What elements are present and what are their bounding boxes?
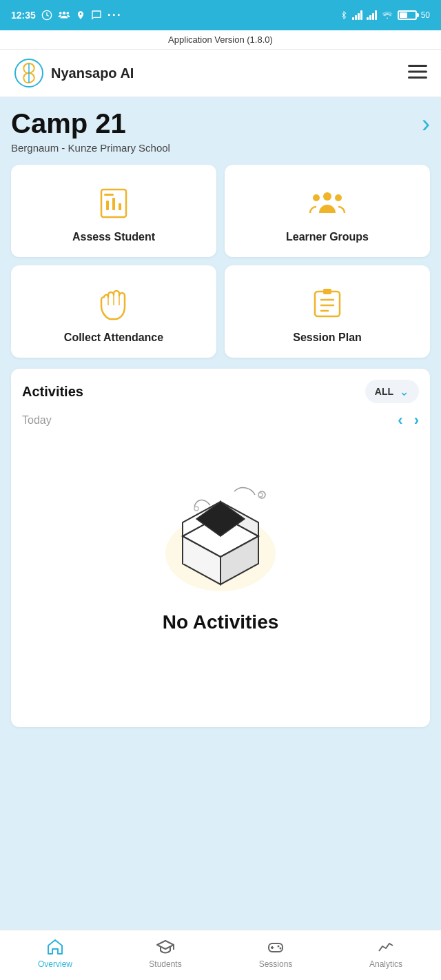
camp-header: Camp 21 › <box>11 108 430 139</box>
analytics-icon <box>376 937 396 957</box>
overview-icon <box>45 937 65 957</box>
prev-date-button[interactable]: ‹ <box>398 411 402 429</box>
session-plan-card[interactable]: Session Plan <box>225 265 430 358</box>
empty-state: No Activities <box>22 443 419 647</box>
learner-groups-label: Learner Groups <box>286 231 369 243</box>
app-header: Nyansapo AI <box>0 50 441 97</box>
svg-point-33 <box>258 493 263 497</box>
camp-next-button[interactable]: › <box>422 112 430 136</box>
sessions-nav-label: Sessions <box>259 959 293 969</box>
filter-label: ALL <box>375 386 393 397</box>
activities-filter-dropdown[interactable]: ALL ⌄ <box>365 380 419 403</box>
assess-student-label: Assess Student <box>72 231 155 243</box>
more-dots: ··· <box>107 8 122 23</box>
camp-title: Camp 21 <box>11 108 126 139</box>
collect-attendance-label: Collect Attendance <box>64 331 163 344</box>
empty-box-illustration <box>145 457 296 595</box>
assess-student-card[interactable]: Assess Student <box>11 165 216 257</box>
status-bar: 12:35 ··· 50 <box>0 0 441 30</box>
nav-analytics[interactable]: Analytics <box>331 937 441 969</box>
bottom-nav: Overview Students Sessions <box>0 930 441 980</box>
svg-point-2 <box>66 12 69 14</box>
svg-point-14 <box>323 192 331 201</box>
app-name-text: Nyansapo AI <box>51 65 134 81</box>
signal-1-icon <box>352 10 362 20</box>
svg-rect-20 <box>315 292 340 316</box>
nav-sessions[interactable]: Sessions <box>220 937 331 969</box>
chat-icon <box>91 10 102 21</box>
svg-point-1 <box>63 12 66 15</box>
empty-title: No Activities <box>163 611 279 633</box>
logo-area: Nyansapo AI <box>14 58 134 88</box>
svg-rect-7 <box>408 71 427 73</box>
learner-groups-icon <box>308 184 347 223</box>
status-left: 12:35 ··· <box>11 8 122 23</box>
chevron-down-icon: ⌄ <box>399 384 409 399</box>
svg-point-32 <box>258 491 265 498</box>
battery-icon <box>398 10 417 20</box>
battery-level: 50 <box>421 10 430 20</box>
session-plan-icon <box>308 285 347 323</box>
location-icon <box>76 10 85 21</box>
wifi-icon <box>381 10 393 20</box>
svg-rect-10 <box>106 201 109 210</box>
main-content: Camp 21 › Bergnaum - Kunze Primary Schoo… <box>0 97 441 919</box>
next-date-button[interactable]: › <box>414 411 419 429</box>
activities-header: Activities ALL ⌄ <box>22 380 419 403</box>
svg-rect-13 <box>104 194 114 196</box>
status-right: 50 <box>340 10 430 21</box>
svg-point-3 <box>59 12 62 14</box>
activities-title: Activities <box>22 384 83 400</box>
date-row: Today ‹ › <box>22 411 419 429</box>
bluetooth-icon <box>340 10 348 21</box>
svg-rect-24 <box>323 289 331 294</box>
signal-2-icon <box>367 10 377 20</box>
svg-rect-12 <box>119 203 121 210</box>
svg-rect-11 <box>112 198 115 210</box>
collect-attendance-card[interactable]: Collect Attendance <box>11 265 216 358</box>
svg-point-34 <box>194 507 198 511</box>
svg-point-41 <box>280 948 282 950</box>
students-nav-label: Students <box>149 959 181 969</box>
time-display: 12:35 <box>11 10 36 21</box>
learner-groups-card[interactable]: Learner Groups <box>225 165 430 257</box>
nav-students[interactable]: Students <box>110 937 220 969</box>
camp-subtitle: Bergnaum - Kunze Primary School <box>11 142 430 154</box>
svg-rect-6 <box>408 65 427 67</box>
svg-marker-35 <box>157 941 174 949</box>
app-logo-icon <box>14 58 44 88</box>
svg-point-15 <box>313 194 320 201</box>
hamburger-menu[interactable] <box>408 63 427 83</box>
app-version-bar: Application Version (1.8.0) <box>0 30 441 50</box>
clock-icon <box>41 10 52 21</box>
overview-nav-label: Overview <box>38 959 72 969</box>
battery-fill <box>400 12 407 18</box>
analytics-nav-label: Analytics <box>369 959 402 969</box>
collect-attendance-icon <box>94 285 133 323</box>
svg-point-40 <box>278 946 280 948</box>
session-plan-label: Session Plan <box>293 331 362 344</box>
date-navigation: ‹ › <box>398 411 419 429</box>
svg-rect-8 <box>408 76 427 79</box>
svg-point-16 <box>335 194 342 201</box>
cards-grid: Assess Student Learner Groups <box>11 165 430 358</box>
assess-student-icon <box>94 184 133 223</box>
date-label: Today <box>22 414 52 427</box>
app-version-text: Application Version (1.8.0) <box>168 34 273 45</box>
teams-icon <box>58 10 70 21</box>
sessions-icon <box>266 937 285 957</box>
nav-overview[interactable]: Overview <box>0 937 110 969</box>
students-icon <box>156 937 175 957</box>
activities-section: Activities ALL ⌄ Today ‹ › <box>11 369 430 727</box>
